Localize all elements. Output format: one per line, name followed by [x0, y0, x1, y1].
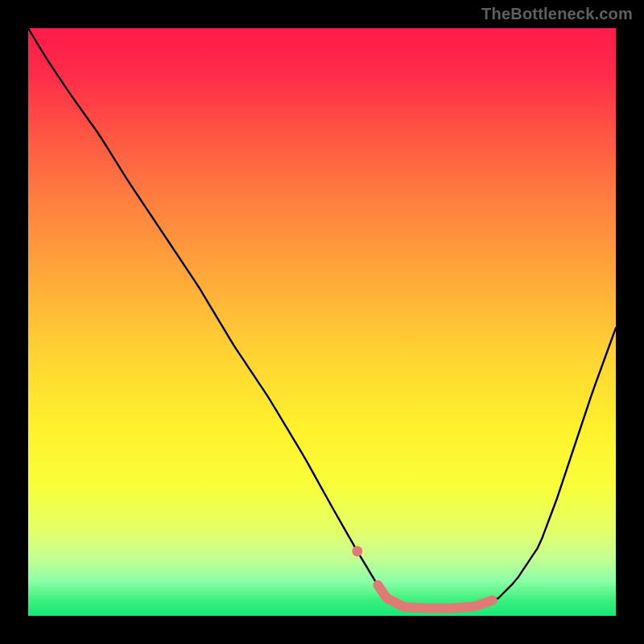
chart-frame: TheBottleneck.com [0, 0, 644, 644]
gradient-background [28, 28, 616, 616]
highlight-start-dot [352, 546, 362, 556]
attribution-text: TheBottleneck.com [481, 5, 633, 23]
bottleneck-chart [28, 28, 616, 616]
plot-area [28, 28, 616, 616]
